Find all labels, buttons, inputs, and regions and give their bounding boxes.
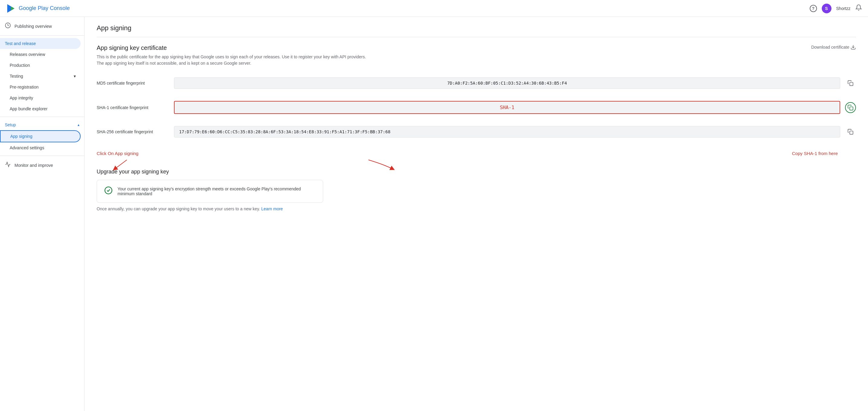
sidebar-item-advanced-settings[interactable]: Advanced settings bbox=[0, 142, 81, 153]
logo-text: Google Play Console bbox=[19, 5, 70, 11]
svg-rect-9 bbox=[850, 131, 853, 135]
annotations-area: Click On App signing Copy SHA-1 from her… bbox=[97, 151, 856, 156]
upgrade-card-text: Your current app signing key's encryptio… bbox=[118, 186, 316, 196]
test-and-release-header[interactable]: Test and release bbox=[0, 38, 81, 49]
svg-marker-1 bbox=[7, 4, 11, 13]
body: Publishing overview Test and release Rel… bbox=[0, 17, 868, 411]
svg-marker-2 bbox=[11, 6, 14, 10]
publishing-overview-icon bbox=[5, 22, 11, 30]
header-right-area: ? S Shortzz bbox=[810, 4, 862, 13]
sha1-fingerprint-row: SHA-1 certificate fingerprint SHA-1 bbox=[97, 97, 856, 118]
sidebar-divider-2 bbox=[0, 117, 84, 117]
cert-section-desc: This is the public certificate for the a… bbox=[97, 54, 369, 66]
setup-label: Setup bbox=[5, 122, 16, 127]
sha256-copy-button[interactable] bbox=[845, 126, 856, 137]
header-logo-area: Google Play Console bbox=[6, 4, 70, 13]
sidebar-item-testing[interactable]: Testing ▾ bbox=[0, 71, 81, 82]
upgrade-section: Upgrade your app signing key Your curren… bbox=[97, 169, 856, 211]
monitor-label: Monitor and improve bbox=[14, 163, 53, 168]
cert-section: App signing key certificate Download cer… bbox=[97, 45, 856, 141]
sha1-label: SHA-1 certificate fingerprint bbox=[97, 105, 169, 110]
help-icon[interactable]: ? bbox=[810, 5, 817, 12]
sidebar-divider-3 bbox=[0, 156, 84, 156]
publishing-overview-item[interactable]: Publishing overview bbox=[0, 19, 84, 33]
setup-group-header[interactable]: Setup ▴ bbox=[0, 119, 84, 130]
user-name: Shortzz bbox=[836, 6, 850, 11]
sidebar-item-pre-registration[interactable]: Pre-registration bbox=[0, 82, 81, 92]
main-content: App signing App signing key certificate … bbox=[85, 17, 868, 411]
upgrade-title: Upgrade your app signing key bbox=[97, 169, 856, 175]
sidebar-item-app-bundle-explorer[interactable]: App bundle explorer bbox=[0, 104, 81, 114]
test-and-release-group: Test and release Releases overview Produ… bbox=[0, 38, 84, 114]
sidebar: Publishing overview Test and release Rel… bbox=[0, 17, 85, 411]
sha256-value: 17:D7:79:E6:60:D6:CC:C5:35:83:28:8A:6F:5… bbox=[174, 126, 840, 138]
sidebar-divider-1 bbox=[0, 35, 84, 36]
cert-section-header: App signing key certificate Download cer… bbox=[97, 45, 856, 51]
copy-annotation: Copy SHA-1 from here bbox=[792, 151, 838, 156]
sha256-fingerprint-row: SHA-256 certificate fingerprint 17:D7:79… bbox=[97, 122, 856, 141]
avatar[interactable]: S bbox=[822, 4, 832, 13]
md5-fingerprint-row: MD5 certificate fingerprint 7D:A0:F2:5A:… bbox=[97, 74, 856, 92]
sha1-copy-button[interactable] bbox=[845, 102, 856, 113]
download-icon bbox=[850, 45, 856, 50]
svg-rect-8 bbox=[850, 107, 853, 110]
learn-more-link[interactable]: Learn more bbox=[261, 206, 283, 211]
sidebar-item-app-signing[interactable]: App signing bbox=[0, 130, 81, 142]
upgrade-card: Your current app signing key's encryptio… bbox=[97, 180, 323, 203]
md5-value: 7D:A0:F2:5A:60:BF:05:C1:D3:52:A4:30:6B:4… bbox=[174, 77, 840, 89]
setup-chevron: ▴ bbox=[78, 123, 80, 127]
download-certificate-button[interactable]: Download certificate bbox=[811, 45, 856, 50]
annotation-arrows bbox=[97, 158, 856, 168]
publishing-overview-label: Publishing overview bbox=[14, 24, 52, 29]
page-title: App signing bbox=[97, 24, 856, 37]
md5-copy-button[interactable] bbox=[845, 78, 856, 89]
monitor-icon bbox=[5, 162, 11, 169]
sha1-value: SHA-1 bbox=[174, 101, 840, 114]
testing-chevron: ▾ bbox=[74, 74, 76, 79]
cert-section-title: App signing key certificate bbox=[97, 45, 167, 51]
test-and-release-label: Test and release bbox=[5, 41, 36, 46]
sidebar-item-releases-overview[interactable]: Releases overview bbox=[0, 49, 81, 60]
app-header: Google Play Console ? S Shortzz bbox=[0, 0, 868, 17]
notifications-icon[interactable] bbox=[855, 4, 862, 12]
success-check-icon bbox=[104, 186, 113, 197]
upgrade-annually-text: Once annually, you can upgrade your app … bbox=[97, 206, 856, 211]
monitor-and-improve-item[interactable]: Monitor and improve bbox=[0, 158, 84, 172]
sha256-label: SHA-256 certificate fingerprint bbox=[97, 129, 169, 134]
svg-point-10 bbox=[105, 187, 112, 194]
sidebar-item-production[interactable]: Production bbox=[0, 60, 81, 71]
play-logo-icon bbox=[6, 4, 16, 13]
sidebar-item-app-integrity[interactable]: App integrity bbox=[0, 92, 81, 104]
svg-rect-7 bbox=[850, 83, 853, 86]
md5-label: MD5 certificate fingerprint bbox=[97, 81, 169, 86]
click-annotation: Click On App signing bbox=[97, 151, 138, 156]
